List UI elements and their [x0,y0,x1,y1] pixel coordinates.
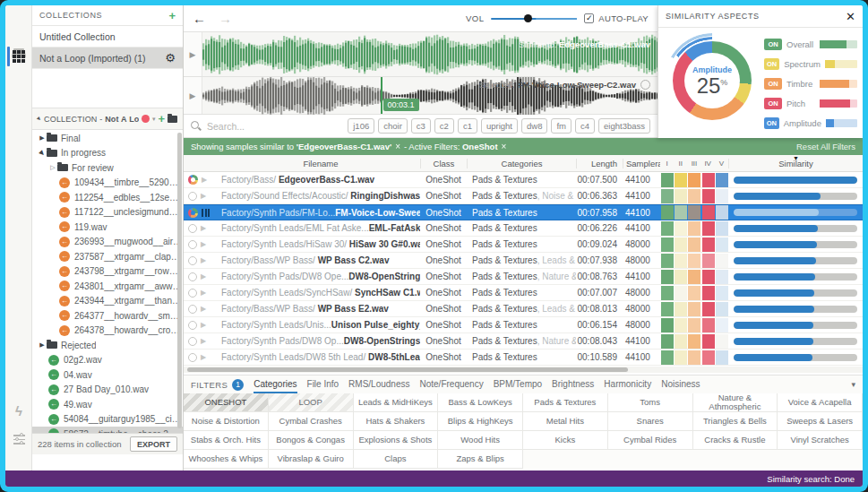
table-row[interactable]: ▶Factory/Sound Effects/Acoustic/ Ringing… [184,188,863,204]
aspects-donut-icon[interactable] [188,208,198,218]
chevron-down-icon[interactable]: ▾ [152,116,156,123]
play-icon[interactable]: ▶ [201,321,206,329]
gear-icon[interactable]: ⚙ [165,52,176,64]
search-tag[interactable]: dw8 [521,118,547,134]
category-filter-cell[interactable]: LOOP [269,393,354,412]
play-icon[interactable]: ▶ [201,272,206,281]
tab-rms-loudness[interactable]: RMS/Loudness [348,376,409,393]
header-categories[interactable]: Categories [467,159,576,168]
search-input[interactable]: Search... [207,121,348,132]
expand-triangle-icon[interactable]: ▷ [48,164,57,171]
category-filter-cell[interactable]: Sweeps & Lasers [778,412,863,431]
similarity-ring-icon[interactable] [188,353,197,362]
table-row[interactable]: ▶Factory/Bass/WP Bass/ WP Bass C2.wavOne… [184,253,863,269]
table-row[interactable]: ▶Factory/Synth Pads/DW8 Ope...DW8-OpenSt… [184,269,863,285]
category-filter-cell[interactable]: Wood Hits [438,431,523,450]
tree-item[interactable]: ▷For review [32,160,183,176]
similarity-ring-icon[interactable] [188,240,197,249]
export-button[interactable]: EXPORT [130,436,177,452]
category-filter-cell[interactable]: Vinyl Scratches [778,431,863,450]
tab-bpm-tempo[interactable]: BPM/Tempo [494,376,542,393]
search-tag[interactable]: fm [551,118,572,134]
tree-item[interactable]: ←54084__guitarguy1985__civild... [32,412,183,427]
category-filter-cell[interactable]: Stabs & Orch. Hits [184,431,269,450]
tree-item[interactable]: ←112254__edbles__12secon... [32,190,183,205]
tab-categories[interactable]: Categories [254,376,296,393]
aspect-on-toggle[interactable]: ON [764,98,782,109]
tree-item[interactable]: ←117122__unclesigmund__s... [32,205,183,220]
add-collection-button[interactable]: + [168,10,176,22]
aspects-donut-chart[interactable]: Amplitude 25% [667,36,757,125]
aspect-on-toggle[interactable]: ON [764,117,779,129]
category-filter-cell[interactable]: Voice & Acapella [778,393,863,412]
tree-item[interactable]: ←02g2.wav [32,353,183,368]
category-filter-cell[interactable]: Cymbal Rides [608,431,693,450]
tree-item[interactable]: ▶In progress [32,146,183,161]
category-filter-cell[interactable]: Bongos & Congas [269,431,354,450]
search-tag[interactable]: upright [481,118,518,134]
tree-item[interactable]: ←237587__xtrgamr__clappin... [32,249,183,264]
similarity-ring-icon[interactable] [188,337,197,346]
table-row[interactable]: ▶Factory/Bass/ EdgeoverBass-C1.wavOneSho… [184,172,863,188]
play-icon[interactable]: ▶ [201,353,206,361]
tree-scrollbar[interactable] [177,133,182,428]
category-filter-cell[interactable]: Cracks & Rustle [693,431,778,450]
autoplay-checkbox[interactable]: ✓ [584,13,594,23]
header-similarity[interactable]: ▼Similarity [728,159,863,168]
tab-file-info[interactable]: File Info [307,376,339,393]
collapse-filters-icon[interactable]: ▾ [851,380,855,389]
header-class[interactable]: Class [420,159,467,168]
header-samplerate[interactable]: Samplerate [623,159,660,168]
mixer-icon[interactable] [5,434,32,445]
tree-item[interactable]: ←236993__mugwood__air-ra... [32,235,183,250]
category-filter-cell[interactable]: Triangles & Bells [693,412,778,431]
collection-item[interactable]: Not a Loop (Imported) (1)⚙ [32,47,183,69]
category-filter-cell[interactable]: Hats & Shakers [354,412,439,431]
category-filter-cell[interactable]: Bass & LowKeys [438,393,523,412]
search-tag[interactable]: c3 [411,118,431,134]
category-filter-cell[interactable]: Kicks [523,431,608,450]
category-filter-cell[interactable]: Claps [354,450,439,469]
aspect-weight-bar[interactable] [820,40,857,48]
tree-item[interactable]: ←109434__timbre__52906-vl... [32,176,183,191]
collection-browser-header[interactable]: ▸ COLLECTION - Not A Loo... ▾ + [32,108,183,130]
category-filter-cell[interactable]: Blips & HighKeys [438,412,523,431]
category-filter-cell[interactable]: Toms [608,393,693,412]
search-tag[interactable]: c4 [575,118,595,134]
play-icon[interactable]: ▶ [201,224,206,232]
category-filter-cell[interactable]: Whooshes & Whips [184,450,269,469]
aspect-weight-bar[interactable] [820,80,857,88]
category-filter-cell[interactable]: Zaps & Blips [438,450,523,469]
category-filter-cell[interactable]: Vibraslap & Guiro [269,450,354,469]
tree-item[interactable]: ▶Final [32,131,183,146]
similarity-ring-icon[interactable] [188,256,197,265]
search-tag[interactable]: c1 [458,118,477,134]
table-row[interactable]: ▶Factory/Bass/WP Bass/ WP Bass E2.wavOne… [184,301,863,317]
similarity-ring-icon[interactable] [188,289,197,298]
search-tag[interactable]: choir [378,118,408,134]
play-icon[interactable]: ▶ [201,289,206,297]
clear-filter-icon[interactable]: × [502,142,507,151]
category-filter-cell[interactable]: Explosions & Shots [354,431,439,450]
back-button[interactable]: ← [193,11,206,26]
tree-item[interactable]: ←119.wav [32,220,183,235]
forward-button[interactable]: → [219,11,232,26]
category-filter-cell[interactable]: Leads & MidHiKeys [354,393,439,412]
tree-item[interactable]: ←243798__xtrgamr__rowdy-... [32,264,183,280]
aspect-on-toggle[interactable]: ON [764,39,782,50]
aspects-donut-icon[interactable] [188,175,198,185]
play-button[interactable]: ▶ [184,77,202,114]
tab-harmonicity[interactable]: Harmonicity [604,376,651,393]
header-aspect-columns[interactable]: IIIIIIIVV [660,160,728,168]
table-row[interactable]: ▶Factory/Synth Pads/DW8 Op...DW8-OpenStr… [184,333,863,350]
tab-brightness[interactable]: Brightness [552,376,594,393]
category-filter-cell[interactable]: Pads & Textures [523,393,608,412]
tree-item[interactable]: ←27 Bad Day_010.wav [32,383,183,398]
header-length[interactable]: Length [576,159,623,168]
play-icon[interactable]: ▶ [201,337,206,345]
tree-item[interactable]: ←264378__howardv__crowd... [32,324,183,339]
play-icon[interactable]: ▶ [201,305,206,313]
aspect-on-toggle[interactable]: ON [764,58,779,70]
play-icon[interactable]: ▶ [201,256,206,264]
table-row[interactable]: ▶Factory/Synth Leads/DW8 5th Lead/ DW8-5… [184,350,863,366]
